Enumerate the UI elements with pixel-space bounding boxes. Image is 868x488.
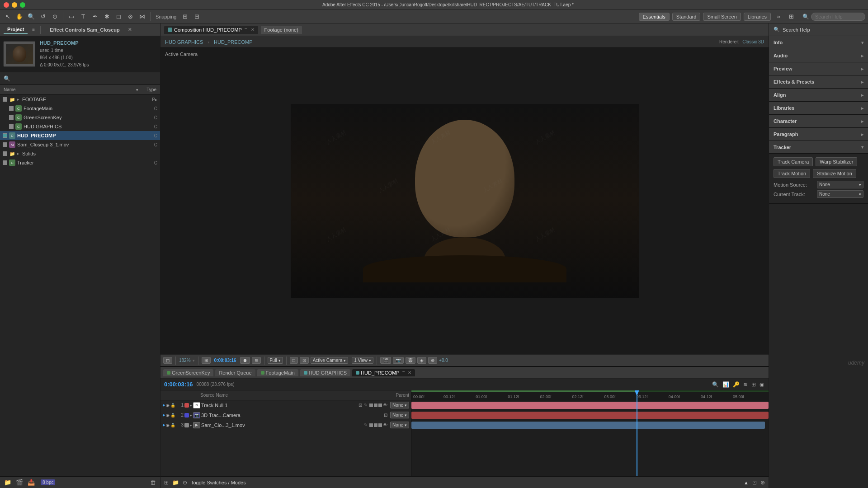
list-item[interactable]: C HUD_PRECOMP C: [0, 131, 160, 140]
layer-2-bar[interactable]: [411, 412, 769, 419]
tl-tool-motion[interactable]: ≋: [742, 380, 749, 389]
tl-tool-key[interactable]: 🔑: [732, 380, 741, 389]
tl-tab-close-icon[interactable]: ✕: [408, 370, 411, 375]
list-item[interactable]: 📁 ▸ Solids: [0, 149, 160, 158]
layer-1-solo[interactable]: ◉: [166, 403, 170, 408]
bit-depth-label[interactable]: 8 bpc: [41, 479, 55, 485]
show-channel-btn[interactable]: ◈: [417, 357, 426, 364]
tool-text[interactable]: T: [78, 12, 88, 22]
workspace-menu[interactable]: ⊞: [786, 12, 796, 22]
tool-pen-mask[interactable]: ▭: [66, 12, 76, 22]
layer-1-bar[interactable]: [411, 402, 769, 409]
render-btn[interactable]: 🎬: [380, 357, 391, 364]
list-item[interactable]: 📁 ▸ FOOTAGE P▸: [0, 95, 160, 104]
workspace-more[interactable]: »: [774, 12, 783, 22]
snapshot-btn[interactable]: 📷: [393, 357, 404, 364]
tl-tab-menu-icon[interactable]: =: [402, 370, 405, 375]
snapping-extra[interactable]: ⊟: [192, 12, 202, 22]
tl-tool-search[interactable]: 🔍: [711, 380, 720, 389]
3d-view-btn[interactable]: ⊡: [300, 357, 309, 364]
workspace-essentials[interactable]: Essentials: [639, 13, 670, 21]
paragraph-header[interactable]: Paragraph ▸: [769, 128, 868, 141]
list-item[interactable]: C GreenScreenKey C: [0, 113, 160, 122]
motion-blur-btn[interactable]: ≋: [252, 357, 261, 364]
exposure-btn[interactable]: ⊕: [428, 357, 437, 364]
character-header[interactable]: Character ▸: [769, 115, 868, 127]
new-folder-btn[interactable]: 📁: [3, 478, 13, 487]
tracker-header[interactable]: Tracker ▾: [769, 141, 868, 154]
renderer-mode[interactable]: Classic 3D: [742, 39, 764, 44]
search-input[interactable]: [811, 13, 865, 21]
workspace-small-screen[interactable]: Small Screen: [703, 13, 741, 21]
tl-switches-modes[interactable]: Toggle Switches / Modes: [191, 480, 246, 485]
layer-3-eye[interactable]: ●: [162, 422, 165, 427]
workspace-libraries[interactable]: Libraries: [744, 13, 771, 21]
resolution-btn[interactable]: ⊞: [202, 357, 211, 364]
layer-2-3d[interactable]: ⊡: [384, 413, 387, 418]
tool-hand[interactable]: ✋: [14, 12, 24, 22]
comp-tab-menu[interactable]: =: [245, 27, 247, 32]
tl-bottom-icon-4[interactable]: ▲: [744, 480, 749, 485]
comp-controls-icon[interactable]: ◻: [163, 357, 172, 364]
current-track-dropdown[interactable]: None ▾: [817, 190, 863, 198]
workspace-standard[interactable]: Standard: [672, 13, 701, 21]
breadcrumb-hud-graphics[interactable]: HUD GRAPHICS: [165, 39, 203, 45]
layer-1-visibility[interactable]: 👁: [383, 403, 387, 408]
panel-menu-icon[interactable]: ≡: [32, 27, 35, 32]
layer-1-lock[interactable]: 🔒: [170, 403, 175, 408]
stabilize-motion-btn[interactable]: Stabilize Motion: [813, 169, 856, 178]
list-item[interactable]: C FootageMain C: [0, 104, 160, 113]
zoom-level[interactable]: 182%: [179, 358, 191, 363]
list-item[interactable]: C Tracker C: [0, 158, 160, 167]
audio-header[interactable]: Audio ▸: [769, 49, 868, 62]
transparency-btn[interactable]: □: [290, 357, 298, 364]
tl-timecode[interactable]: 0:00:03:16: [164, 381, 193, 388]
layer-3-pencil[interactable]: ✎: [364, 422, 368, 427]
track-camera-btn[interactable]: Track Camera: [774, 157, 813, 166]
preview-header[interactable]: Preview ▸: [769, 62, 868, 75]
snapping-toggle[interactable]: ⊞: [180, 12, 190, 22]
breadcrumb-hud-precomp[interactable]: HUD_PRECOMP: [214, 39, 253, 45]
tl-tool-mode[interactable]: ⊞: [750, 380, 757, 389]
delete-btn[interactable]: 🗑: [149, 478, 157, 487]
comp-tab-footage[interactable]: Footage (none): [261, 26, 302, 34]
list-item[interactable]: C HUD GRAPHICS C: [0, 122, 160, 131]
layer-1-expand[interactable]: ▸: [190, 403, 192, 408]
effect-controls-close[interactable]: ✕: [128, 27, 132, 32]
tool-zoom[interactable]: 🔍: [26, 12, 36, 22]
effects-header[interactable]: Effects & Presets ▸: [769, 75, 868, 88]
quality-dropdown[interactable]: Full ▾: [268, 357, 283, 364]
layer-1-eye[interactable]: ●: [162, 403, 165, 408]
align-header[interactable]: Align ▸: [769, 89, 868, 101]
expand-icon[interactable]: ▸: [17, 97, 19, 102]
tl-bottom-icon-2[interactable]: 📁: [172, 479, 179, 486]
tool-rotate[interactable]: ↺: [38, 12, 48, 22]
import-btn[interactable]: 📥: [26, 478, 36, 487]
tool-roto[interactable]: ⊗: [125, 12, 135, 22]
layer-1-3d[interactable]: ⊡: [359, 403, 362, 408]
tool-clone[interactable]: ✱: [102, 12, 112, 22]
layer-3-solo[interactable]: ◉: [166, 423, 170, 427]
tl-tool-solo[interactable]: ◉: [759, 380, 765, 389]
tl-bottom-icon-3[interactable]: ⊙: [183, 479, 187, 486]
tl-tab-hudprecomp[interactable]: HUD_PRECOMP = ✕: [352, 369, 415, 376]
show-snapshot-btn[interactable]: 🖼: [406, 357, 415, 364]
maximize-btn[interactable]: [20, 2, 25, 8]
layer-3-expand[interactable]: ▸: [190, 423, 192, 427]
layer-2-expand[interactable]: ▸: [190, 413, 192, 418]
view-count-dropdown[interactable]: 1 View ▾: [352, 357, 373, 364]
new-comp-btn[interactable]: 🎬: [14, 478, 24, 487]
minimize-btn[interactable]: [12, 2, 17, 8]
tl-tab-hudgraphics[interactable]: HUD GRAPHICS: [300, 369, 350, 376]
tl-bottom-icon-5[interactable]: ⊡: [752, 479, 757, 486]
active-camera-dropdown[interactable]: Active Camera ▾: [311, 357, 349, 364]
tl-tool-graph[interactable]: 📊: [722, 380, 730, 389]
comp-tab-active[interactable]: Composition HUD_PRECOMP = ✕: [164, 26, 258, 34]
layer-3-parent[interactable]: None ▾: [390, 422, 409, 428]
layer-2-solo[interactable]: ◉: [166, 413, 170, 418]
tl-bottom-icon-1[interactable]: ⊞: [164, 479, 169, 486]
layer-1-parent[interactable]: None ▾: [390, 402, 409, 408]
effect-controls-tab[interactable]: Effect Controls Sam_Closeup: [46, 26, 123, 33]
project-tab[interactable]: Project: [4, 26, 28, 34]
layer-3-visibility[interactable]: 👁: [383, 422, 387, 427]
